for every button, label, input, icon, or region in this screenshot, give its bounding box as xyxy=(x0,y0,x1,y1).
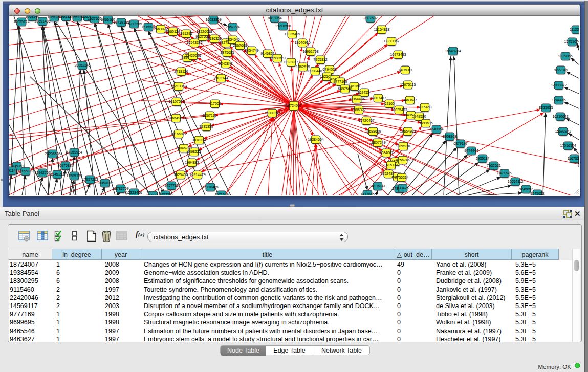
svg-text:16033809: 16033809 xyxy=(205,18,221,21)
svg-text:9756746: 9756746 xyxy=(396,158,409,162)
svg-text:20206536: 20206536 xyxy=(45,152,60,156)
svg-text:15716485: 15716485 xyxy=(202,185,218,189)
svg-text:9084067: 9084067 xyxy=(379,151,393,155)
svg-text:1112205: 1112205 xyxy=(570,28,579,31)
svg-text:9463627: 9463627 xyxy=(403,98,417,102)
svg-text:9245653: 9245653 xyxy=(530,192,544,195)
svg-text:12942757: 12942757 xyxy=(34,171,50,174)
svg-text:12975115: 12975115 xyxy=(400,83,416,86)
svg-text:8498222: 8498222 xyxy=(187,150,201,154)
svg-text:12213369: 12213369 xyxy=(170,84,186,88)
svg-text:1571649: 1571649 xyxy=(214,193,228,195)
svg-text:1167534: 1167534 xyxy=(568,157,579,160)
svg-text:8813054: 8813054 xyxy=(268,16,281,20)
svg-text:2718126: 2718126 xyxy=(174,70,188,73)
svg-text:20691406: 20691406 xyxy=(34,19,50,23)
svg-text:8471676: 8471676 xyxy=(497,171,511,175)
svg-text:18724007: 18724007 xyxy=(286,104,301,107)
svg-text:8660124: 8660124 xyxy=(166,30,180,33)
svg-text:9457791: 9457791 xyxy=(164,184,178,187)
svg-text:19384554: 19384554 xyxy=(308,138,323,141)
svg-text:2367608: 2367608 xyxy=(233,43,247,47)
svg-text:16914479: 16914479 xyxy=(189,173,205,177)
svg-text:9329966: 9329966 xyxy=(558,54,572,58)
svg-text:10975887: 10975887 xyxy=(57,164,73,167)
svg-text:1640954: 1640954 xyxy=(429,127,443,131)
svg-text:891295: 891295 xyxy=(180,32,192,35)
svg-text:14136141: 14136141 xyxy=(369,184,385,188)
svg-text:6794028: 6794028 xyxy=(322,68,336,71)
svg-text:9227349: 9227349 xyxy=(554,68,568,72)
svg-text:21364436: 21364436 xyxy=(349,97,364,101)
svg-text:12505135: 12505135 xyxy=(66,174,82,178)
svg-text:10654112: 10654112 xyxy=(508,180,524,183)
svg-text:8958928: 8958928 xyxy=(443,135,456,138)
svg-text:11156829: 11156829 xyxy=(18,169,33,173)
svg-text:20053346: 20053346 xyxy=(74,63,90,67)
svg-text:19654985: 19654985 xyxy=(168,116,184,120)
svg-text:10973493: 10973493 xyxy=(390,53,406,56)
svg-text:1615132: 1615132 xyxy=(384,163,398,167)
svg-text:3267130: 3267130 xyxy=(203,114,216,117)
svg-text:16210643: 16210643 xyxy=(552,115,568,118)
svg-text:14055724: 14055724 xyxy=(13,20,29,24)
svg-text:3878334: 3878334 xyxy=(192,138,206,142)
svg-text:3875685: 3875685 xyxy=(220,51,234,54)
svg-text:15692971: 15692971 xyxy=(555,129,571,133)
svg-text:16961758: 16961758 xyxy=(302,50,318,53)
svg-text:7857224: 7857224 xyxy=(226,25,239,29)
svg-text:16648784: 16648784 xyxy=(445,49,461,53)
svg-text:1527602: 1527602 xyxy=(88,17,101,20)
svg-text:1235359: 1235359 xyxy=(199,125,213,128)
svg-text:18226058: 18226058 xyxy=(196,30,212,33)
svg-text:9474444: 9474444 xyxy=(464,149,478,152)
svg-text:8215955: 8215955 xyxy=(539,106,553,110)
svg-text:7632621: 7632621 xyxy=(487,164,500,167)
svg-text:18640910: 18640910 xyxy=(294,41,310,45)
svg-text:933426: 933426 xyxy=(397,186,408,190)
svg-text:1145193: 1145193 xyxy=(51,172,64,176)
svg-text:8186328: 8186328 xyxy=(207,37,221,40)
svg-text:12323466: 12323466 xyxy=(126,191,142,194)
svg-text:9245652: 9245652 xyxy=(519,187,533,191)
svg-text:10025433: 10025433 xyxy=(391,108,407,112)
svg-text:6497568: 6497568 xyxy=(338,87,352,91)
svg-text:16154838: 16154838 xyxy=(374,28,389,31)
svg-text:8990448: 8990448 xyxy=(308,69,322,73)
svg-text:62160: 62160 xyxy=(384,102,395,105)
svg-text:1362615: 1362615 xyxy=(296,65,310,69)
svg-text:9777169: 9777169 xyxy=(333,80,347,83)
svg-text:22420046: 22420046 xyxy=(185,54,201,57)
svg-text:17359924: 17359924 xyxy=(66,150,82,154)
svg-text:1413615: 1413615 xyxy=(360,192,374,195)
svg-text:3624554: 3624554 xyxy=(357,91,371,94)
svg-text:1244415: 1244415 xyxy=(552,98,565,102)
svg-text:1994893: 1994893 xyxy=(185,161,199,164)
svg-text:8322037: 8322037 xyxy=(284,60,298,64)
svg-text:1232347: 1232347 xyxy=(146,193,160,195)
svg-text:10958107: 10958107 xyxy=(97,181,113,185)
svg-text:945779: 945779 xyxy=(159,193,171,195)
svg-text:17957253: 17957253 xyxy=(82,178,98,181)
svg-text:7663822: 7663822 xyxy=(154,27,167,31)
svg-text:1949580: 1949580 xyxy=(412,115,426,118)
svg-text:19218506: 19218506 xyxy=(275,24,291,28)
svg-text:7485063: 7485063 xyxy=(398,68,412,72)
svg-text:12093872: 12093872 xyxy=(551,83,567,87)
svg-text:15720407: 15720407 xyxy=(358,119,374,122)
svg-text:17016504: 17016504 xyxy=(560,144,576,147)
svg-text:15751074: 15751074 xyxy=(564,40,579,43)
svg-text:7986322: 7986322 xyxy=(352,108,365,112)
svg-text:7625402: 7625402 xyxy=(173,173,187,177)
svg-text:9115460: 9115460 xyxy=(418,105,432,109)
svg-text:9756928: 9756928 xyxy=(396,144,410,148)
svg-text:16107552: 16107552 xyxy=(168,100,184,103)
svg-text:8454749: 8454749 xyxy=(245,49,258,52)
svg-text:9699695: 9699695 xyxy=(419,121,432,125)
svg-text:16543382: 16543382 xyxy=(186,41,202,45)
svg-text:6879197: 6879197 xyxy=(453,142,467,145)
svg-text:7955812: 7955812 xyxy=(313,58,327,61)
svg-text:12213967: 12213967 xyxy=(383,39,399,43)
svg-text:417006: 417006 xyxy=(209,102,221,105)
svg-text:2935114: 2935114 xyxy=(476,157,490,160)
